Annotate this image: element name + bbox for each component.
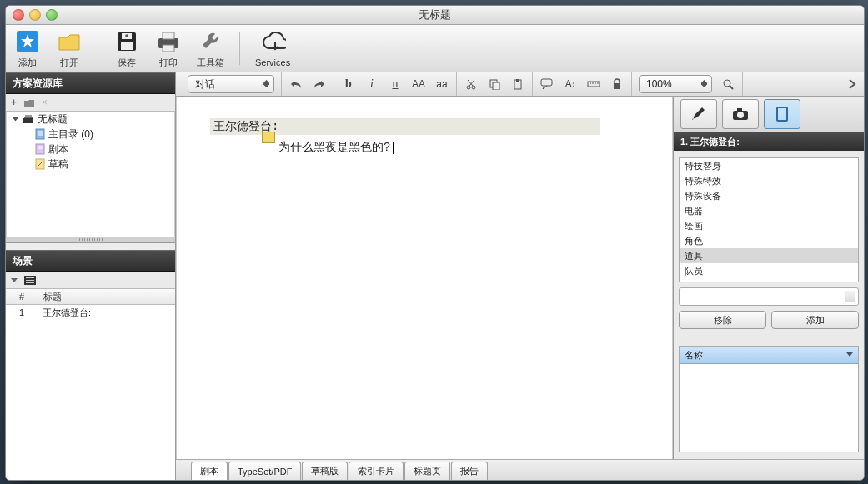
wrench-icon [199,30,223,53]
scene-col-num[interactable]: # [6,292,38,302]
scene-menu-button[interactable] [11,278,18,282]
font-button[interactable]: A↕ [563,77,578,92]
redo-button[interactable] [312,77,327,92]
editor-area: 对话 b i u AA aa [176,72,864,480]
svg-rect-36 [614,83,620,89]
tree-draft[interactable]: 草稿 [7,157,174,172]
list-item[interactable]: 角色 [680,233,858,248]
scene-table[interactable]: # 标题 1 王尔德登台: [6,289,175,480]
svg-rect-12 [36,129,44,139]
svg-point-25 [472,86,475,89]
tab-typeset[interactable]: TypeSet/PDF [228,462,301,480]
new-folder-button[interactable] [23,98,35,107]
zoom-fit-button[interactable] [720,77,735,92]
folder-small-icon [23,98,35,107]
list-item[interactable]: 电器 [680,203,858,218]
svg-rect-22 [26,280,34,281]
star-plus-icon [15,29,40,54]
stack-icon [23,114,34,124]
disclosure-triangle-icon[interactable] [13,117,19,122]
tree-root[interactable]: 无标题 [7,112,174,127]
scene-col-title[interactable]: 标题 [38,291,175,303]
printer-icon [155,30,182,53]
category-list[interactable]: 特技替身 特殊特效 特殊设备 电器 绘画 角色 道具 队员 [679,157,859,282]
category-combobox[interactable] [679,287,859,306]
ruler-button[interactable] [586,77,601,92]
svg-rect-23 [26,282,34,283]
note-icon[interactable] [262,132,275,143]
lock-icon [612,78,622,90]
scenes-panel-header: 场景 [6,250,175,272]
print-button[interactable]: 打印 [155,28,182,69]
tab-titlepage[interactable]: 标题页 [404,462,450,480]
inspector-tab-media[interactable] [722,99,759,129]
zoom-dropdown[interactable]: 100% [639,75,712,93]
name-list-header[interactable]: 名称 [680,347,858,364]
text-cursor [393,142,394,154]
remove-button[interactable]: 移除 [679,311,766,329]
svg-rect-8 [163,45,174,52]
panel-resize-handle[interactable] [6,237,175,243]
svg-point-37 [724,80,730,87]
comment-button[interactable] [539,77,554,92]
save-button[interactable]: 保存 [113,28,140,69]
paste-button[interactable] [510,77,525,92]
svg-point-5 [125,34,128,37]
svg-rect-11 [25,115,32,117]
script-editor[interactable]: 王尔德登台: 为什么黑夜是黑色的? [176,97,673,459]
list-item[interactable]: 道具 [680,248,858,263]
list-item[interactable]: 特殊特效 [680,173,858,188]
project-tree[interactable]: 无标题 主目录 (0) 剧本 草稿 [6,112,175,237]
lowercase-button[interactable]: aa [434,77,449,92]
list-item[interactable]: 队员 [680,263,858,278]
toolbox-button[interactable]: 工具箱 [197,28,224,69]
underline-button[interactable]: u [388,77,403,92]
scene-row[interactable]: 1 王尔德登台: [6,305,175,320]
inspector-tab-edit[interactable] [680,99,717,129]
svg-rect-42 [777,107,787,121]
scissors-icon [465,78,477,90]
delete-item-button[interactable]: × [42,97,48,108]
list-item[interactable]: 特殊设备 [680,188,858,203]
inspector-header: 1. 王尔德登台: [674,132,864,151]
tab-script[interactable]: 剧本 [191,462,228,480]
svg-rect-7 [163,32,174,39]
bold-button[interactable]: b [341,77,356,92]
inspector-tab-notes[interactable] [764,99,800,129]
add-button[interactable]: 添加 [14,28,41,69]
folder-icon [57,30,82,53]
list-item[interactable]: 特技替身 [680,158,858,173]
scene-list-button[interactable] [24,276,36,285]
floppy-icon [116,31,138,52]
open-button[interactable]: 打开 [56,28,83,69]
uppercase-button[interactable]: AA [411,77,426,92]
tab-report[interactable]: 报告 [451,462,488,480]
undo-button[interactable] [288,77,304,92]
cut-button[interactable] [464,77,479,92]
services-button[interactable]: Services [255,29,290,67]
scene-table-header: # 标题 [6,289,175,305]
library-panel-toolbar: + × [6,94,175,112]
svg-point-24 [467,86,470,89]
toolbar-separator [239,32,240,65]
expand-right-button[interactable] [845,77,859,91]
list-item[interactable]: 绘画 [680,218,858,233]
list-small-icon [24,276,36,285]
svg-rect-41 [737,108,742,112]
name-list[interactable]: 名称 [679,346,859,452]
lock-button[interactable] [610,77,625,92]
titlebar: 无标题 [6,6,864,25]
draft-page-icon [35,158,45,170]
script-page-icon [35,143,45,155]
dialogue-line[interactable]: 为什么黑夜是黑色的? [278,140,394,155]
add-item-button[interactable]: + [11,97,17,108]
tab-index[interactable]: 索引卡片 [349,462,404,480]
tree-script[interactable]: 剧本 [7,142,174,157]
add-button[interactable]: 添加 [771,311,859,329]
italic-button[interactable]: i [364,77,379,92]
copy-button[interactable] [487,77,502,92]
element-type-dropdown[interactable]: 对话 [188,75,274,93]
tab-draft[interactable]: 草稿版 [302,462,348,480]
library-panel-header: 方案资源库 [6,72,175,94]
tree-mainlist[interactable]: 主目录 (0) [7,127,174,142]
